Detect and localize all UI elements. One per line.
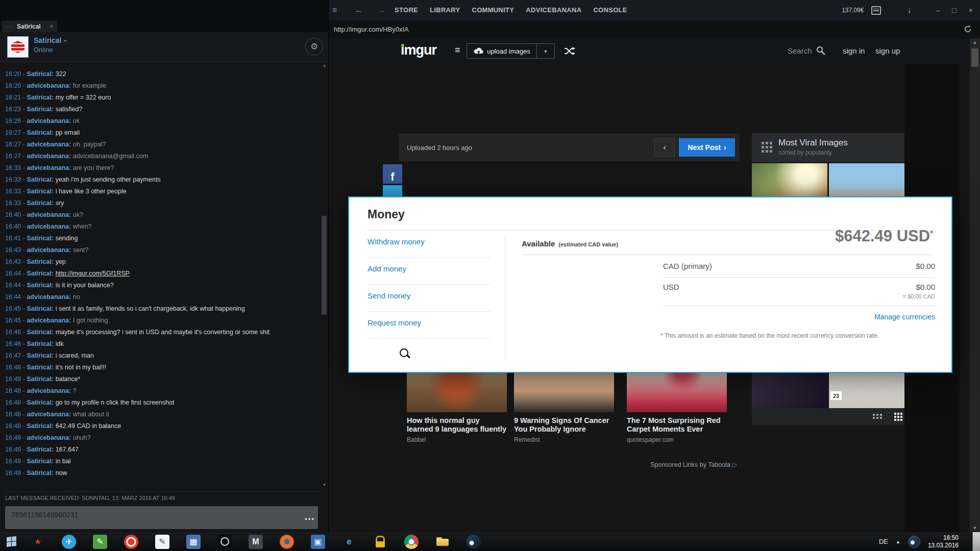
- ad-title[interactable]: 9 Warning Signs Of Cancer You Probably I…: [514, 416, 614, 434]
- menu-item-store[interactable]: STORE: [395, 6, 418, 14]
- grid-view-icon[interactable]: [894, 413, 896, 415]
- browser-opera-icon[interactable]: [124, 535, 138, 549]
- back-icon[interactable]: ←: [355, 6, 363, 15]
- sign-in-link[interactable]: sign in: [843, 46, 865, 55]
- tab-overflow-icon[interactable]: ···: [6, 23, 13, 30]
- maximize-button[interactable]: □: [952, 6, 956, 14]
- message-sender[interactable]: Satirical:: [27, 106, 55, 113]
- message-sender[interactable]: Satirical:: [27, 352, 55, 359]
- wallet-balance[interactable]: 137,09€: [842, 7, 864, 14]
- message-sender[interactable]: Satirical:: [27, 469, 55, 477]
- message-sender[interactable]: advicebanana:: [27, 141, 72, 148]
- browser-scrollbar[interactable]: ▲ ▼: [970, 38, 980, 532]
- paypal-nav-link-send[interactable]: Send money: [368, 291, 410, 300]
- media-player-icon[interactable]: ★: [31, 535, 45, 549]
- next-post-button[interactable]: Next Post›: [679, 138, 735, 157]
- message-sender[interactable]: Satirical:: [27, 188, 55, 195]
- message-sender[interactable]: Satirical:: [27, 270, 55, 277]
- imgur-logo[interactable]: imgur: [401, 42, 436, 58]
- browser-scrollbar-thumb[interactable]: [971, 48, 978, 67]
- message-sender[interactable]: Satirical:: [27, 70, 55, 78]
- sponsored-links-label[interactable]: Sponsored Links by Taboola▷: [407, 461, 738, 468]
- paypal-nav-link-request[interactable]: Request money: [368, 318, 421, 327]
- text-editor-icon[interactable]: ✎: [155, 535, 169, 549]
- search-input[interactable]: Search: [788, 46, 812, 55]
- mail-app-icon[interactable]: M: [249, 535, 263, 549]
- message-sender[interactable]: Satirical:: [27, 176, 55, 183]
- message-link[interactable]: http://imgur.com/5Gf1RSP: [56, 270, 130, 277]
- message-sender[interactable]: advicebanana:: [27, 293, 72, 300]
- message-sender[interactable]: Satirical:: [27, 375, 55, 383]
- steam-app-icon[interactable]: [467, 535, 481, 549]
- message-sender[interactable]: Satirical:: [27, 364, 55, 371]
- imgur-menu-icon[interactable]: ≡: [455, 45, 460, 56]
- message-sender[interactable]: Satirical:: [27, 282, 55, 289]
- message-sender[interactable]: Satirical:: [27, 446, 55, 453]
- previous-post-button[interactable]: ‹: [654, 138, 675, 157]
- message-sender[interactable]: advicebanana:: [27, 117, 72, 124]
- message-sender[interactable]: advicebanana:: [27, 411, 72, 418]
- menu-item-library[interactable]: LIBRARY: [430, 6, 460, 14]
- manage-currencies-link[interactable]: Manage currencies: [663, 306, 935, 321]
- tab-close-icon[interactable]: ×: [50, 23, 53, 30]
- paypal-nav-link-add[interactable]: Add money: [368, 264, 406, 273]
- chat-titlebar[interactable]: [0, 0, 328, 20]
- message-sender[interactable]: advicebanana:: [27, 246, 72, 254]
- facebook-share-icon[interactable]: f: [383, 164, 402, 184]
- message-sender[interactable]: Satirical:: [27, 305, 55, 312]
- menu-item-community[interactable]: COMMUNITY: [472, 6, 514, 14]
- message-sender[interactable]: Satirical:: [27, 458, 55, 465]
- chat-message-input[interactable]: 76561198149960231: [5, 506, 318, 529]
- avatar[interactable]: [8, 37, 28, 57]
- browser-firefox-icon[interactable]: [280, 535, 294, 549]
- security-lock-icon[interactable]: [373, 535, 387, 549]
- show-desktop-button[interactable]: [972, 532, 980, 551]
- chat-settings-button[interactable]: ⚙: [305, 38, 323, 56]
- search-icon[interactable]: [816, 45, 826, 58]
- message-sender[interactable]: advicebanana:: [27, 211, 72, 218]
- chat-scrollbar-thumb[interactable]: [322, 216, 327, 315]
- chat-tab-satirical[interactable]: ··· Satirical ×: [2, 20, 57, 32]
- message-sender[interactable]: advicebanana:: [27, 82, 72, 89]
- ad-title[interactable]: How this normal guy learned 9 languages …: [407, 416, 507, 434]
- friend-name[interactable]: Satirical›: [34, 36, 66, 44]
- message-sender[interactable]: Satirical:: [27, 340, 55, 347]
- chat-scrollbar[interactable]: ▲ ▼: [321, 62, 328, 488]
- chat-input-more-icon[interactable]: •••: [305, 515, 315, 523]
- calculator-icon[interactable]: ▦: [186, 535, 201, 549]
- minimize-button[interactable]: –: [936, 6, 940, 14]
- taskbar-clock[interactable]: 16:50 13.03.2016: [928, 534, 959, 549]
- message-sender[interactable]: Satirical:: [27, 258, 55, 265]
- ad-title[interactable]: The 7 Most Surprising Red Carpet Moments…: [627, 416, 727, 434]
- notes-app-icon[interactable]: ✎: [93, 535, 107, 549]
- menu-item-advicebanana[interactable]: ADVICEBANANA: [526, 6, 581, 14]
- message-sender[interactable]: advicebanana:: [27, 317, 72, 324]
- scroll-up-icon[interactable]: ▲: [970, 40, 980, 45]
- message-sender[interactable]: Satirical:: [27, 399, 55, 406]
- message-sender[interactable]: Satirical:: [27, 129, 55, 136]
- language-indicator[interactable]: DE: [879, 538, 888, 545]
- upload-images-button[interactable]: upload images: [467, 43, 537, 59]
- message-sender[interactable]: Satirical:: [27, 94, 55, 101]
- app-blue-icon[interactable]: ▣: [311, 535, 325, 549]
- scroll-down-icon[interactable]: ▼: [970, 525, 980, 531]
- shuffle-icon[interactable]: [564, 47, 575, 57]
- list-view-icon[interactable]: [873, 414, 875, 416]
- tray-expand-icon[interactable]: ▲: [896, 539, 900, 544]
- scroll-up-icon[interactable]: ▲: [322, 63, 327, 68]
- browser-ie-icon[interactable]: e: [342, 535, 356, 549]
- start-button[interactable]: [0, 532, 22, 551]
- upload-dropdown-button[interactable]: ▾: [536, 43, 555, 59]
- forward-icon[interactable]: →: [378, 6, 386, 15]
- message-sender[interactable]: Satirical:: [27, 199, 55, 207]
- scroll-down-icon[interactable]: ▼: [322, 483, 327, 487]
- url-field[interactable]: http://imgur.com/HBy0xIA: [334, 26, 409, 33]
- reload-icon[interactable]: [964, 25, 972, 35]
- message-sender[interactable]: advicebanana:: [27, 223, 72, 230]
- browser-chrome-icon[interactable]: [404, 535, 419, 549]
- message-sender[interactable]: Satirical:: [27, 422, 55, 430]
- message-sender[interactable]: Satirical:: [27, 235, 55, 242]
- menu-item-console[interactable]: CONSOLE: [593, 6, 627, 14]
- message-sender[interactable]: advicebanana:: [27, 434, 72, 441]
- clock-widget-icon[interactable]: [217, 535, 232, 549]
